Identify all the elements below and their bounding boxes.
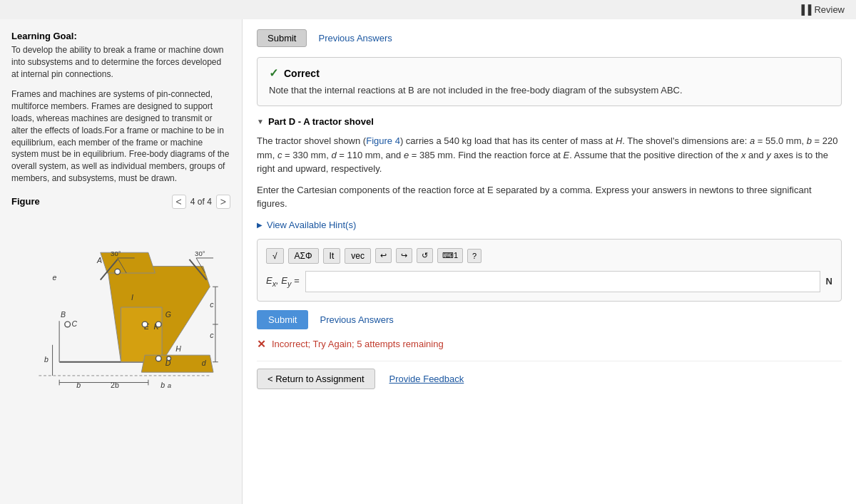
- svg-text:A: A: [96, 255, 102, 264]
- problem-text: The tractor shovel shown (Figure 4) carr…: [257, 134, 842, 176]
- x-icon: ✕: [257, 338, 266, 351]
- undo-button[interactable]: ↩: [375, 248, 392, 263]
- submit-bottom-row: Submit Previous Answers: [257, 310, 842, 329]
- keyboard-button[interactable]: ⌨1: [437, 248, 463, 263]
- input-label: Ex, Ey =: [266, 275, 300, 288]
- svg-text:b: b: [44, 355, 49, 364]
- svg-text:30°: 30°: [195, 250, 205, 257]
- submit-top-row: Submit Previous Answers: [257, 29, 842, 47]
- svg-text:b: b: [76, 381, 81, 389]
- check-icon: ✓: [269, 66, 278, 80]
- svg-text:30°: 30°: [111, 250, 121, 257]
- help-button[interactable]: ?: [467, 249, 482, 263]
- submit-top-button[interactable]: Submit: [257, 29, 307, 47]
- keyboard-icon: ⌨1: [442, 251, 458, 259]
- svg-text:c: c: [210, 331, 214, 339]
- answer-input-area: √ ΑΣΦ It vec ↩ ↪ ↺: [257, 239, 842, 302]
- svg-text:H: H: [175, 344, 181, 353]
- sigma-button[interactable]: ΑΣΦ: [288, 248, 319, 264]
- sqrt-icon: √: [272, 251, 277, 261]
- correct-label: Correct: [284, 68, 320, 79]
- svg-text:2b: 2b: [111, 381, 119, 389]
- part-d-label: Part D - A tractor shovel: [268, 116, 374, 127]
- figure-label: Figure: [11, 196, 40, 207]
- svg-point-46: [156, 356, 161, 361]
- learning-goal-text: To develop the ability to break a frame …: [11, 44, 230, 80]
- correct-header: ✓ Correct: [269, 66, 830, 80]
- svg-text:c: c: [210, 300, 214, 309]
- input-row: Ex, Ey = N: [266, 271, 832, 292]
- right-panel: Submit Previous Answers ✓ Correct Note t…: [243, 19, 856, 504]
- hint-arrow-icon: ▶: [257, 221, 263, 229]
- correct-note: Note that the internal reactions at B ar…: [269, 84, 830, 97]
- svg-text:C: C: [71, 319, 77, 328]
- it-button[interactable]: It: [323, 248, 341, 264]
- return-button[interactable]: < Return to Assignment: [257, 369, 375, 389]
- frames-text: Frames and machines are systems of pin-c…: [11, 88, 230, 184]
- part-d-header[interactable]: ▼ Part D - A tractor shovel: [257, 116, 842, 127]
- figure-link[interactable]: Figure 4: [366, 135, 400, 146]
- main-content: Learning Goal: To develop the ability to…: [0, 19, 856, 504]
- svg-point-43: [142, 322, 148, 327]
- page-indicator: 4 of 4: [190, 197, 212, 207]
- prev-answers-link-bottom[interactable]: Previous Answers: [320, 314, 393, 325]
- feedback-link[interactable]: Provide Feedback: [389, 374, 464, 384]
- unit-label: N: [826, 276, 832, 287]
- next-figure-button[interactable]: >: [216, 195, 230, 209]
- svg-marker-7: [121, 307, 163, 362]
- svg-text:a: a: [168, 381, 171, 389]
- correct-box: ✓ Correct Note that the internal reactio…: [257, 57, 842, 106]
- problem-text-content: The tractor shovel shown (Figure 4) carr…: [257, 135, 838, 174]
- sqrt-button[interactable]: √: [266, 248, 284, 264]
- refresh-icon: ↺: [422, 251, 428, 259]
- figure-svg: b 30° 30°: [11, 215, 230, 400]
- vec-button[interactable]: vec: [345, 248, 371, 264]
- svg-text:B: B: [61, 310, 66, 319]
- answer-input[interactable]: [305, 271, 820, 292]
- figure-canvas: b 30° 30°: [11, 215, 230, 400]
- svg-text:I: I: [131, 293, 133, 302]
- svg-point-45: [65, 322, 71, 327]
- redo-button[interactable]: ↪: [396, 248, 412, 263]
- undo-icon: ↩: [380, 251, 387, 259]
- incorrect-box: ✕ Incorrect; Try Again; 5 attempts remai…: [257, 338, 842, 351]
- review-button[interactable]: ▐▐ Review: [798, 4, 845, 15]
- prev-figure-button[interactable]: <: [172, 195, 186, 209]
- svg-point-44: [156, 322, 161, 327]
- it-label: It: [330, 251, 335, 261]
- svg-text:e: e: [53, 272, 57, 281]
- top-bar: ▐▐ Review: [0, 0, 856, 19]
- figure-section: Figure < 4 of 4 >: [11, 195, 230, 400]
- collapse-icon: ▼: [257, 118, 264, 125]
- review-icon: ▐▐: [798, 4, 811, 15]
- figure-header: Figure < 4 of 4 >: [11, 195, 230, 209]
- redo-icon: ↪: [401, 251, 407, 259]
- learning-goal-title: Learning Goal:: [11, 31, 230, 41]
- svg-text:b: b: [160, 381, 165, 389]
- svg-point-42: [115, 269, 121, 274]
- review-label: Review: [814, 4, 845, 15]
- instruction-text: Enter the Cartesian components of the re…: [257, 183, 842, 211]
- incorrect-text: Incorrect; Try Again; 5 attempts remaini…: [272, 339, 444, 349]
- refresh-button[interactable]: ↺: [417, 248, 433, 263]
- math-toolbar: √ ΑΣΦ It vec ↩ ↪ ↺: [266, 248, 832, 264]
- figure-nav: < 4 of 4 >: [172, 195, 230, 209]
- submit-main-button[interactable]: Submit: [257, 310, 308, 329]
- svg-text:G: G: [165, 310, 171, 319]
- bottom-nav: < Return to Assignment Provide Feedback: [257, 361, 842, 396]
- help-icon: ?: [472, 252, 477, 260]
- svg-point-47: [167, 356, 171, 361]
- hint-row[interactable]: ▶ View Available Hint(s): [257, 220, 842, 230]
- sigma-label: ΑΣΦ: [295, 251, 312, 261]
- hint-label: View Available Hint(s): [267, 220, 356, 230]
- vec-label: vec: [351, 251, 365, 261]
- prev-answers-link-top[interactable]: Previous Answers: [318, 33, 392, 43]
- left-panel: Learning Goal: To develop the ability to…: [0, 19, 243, 504]
